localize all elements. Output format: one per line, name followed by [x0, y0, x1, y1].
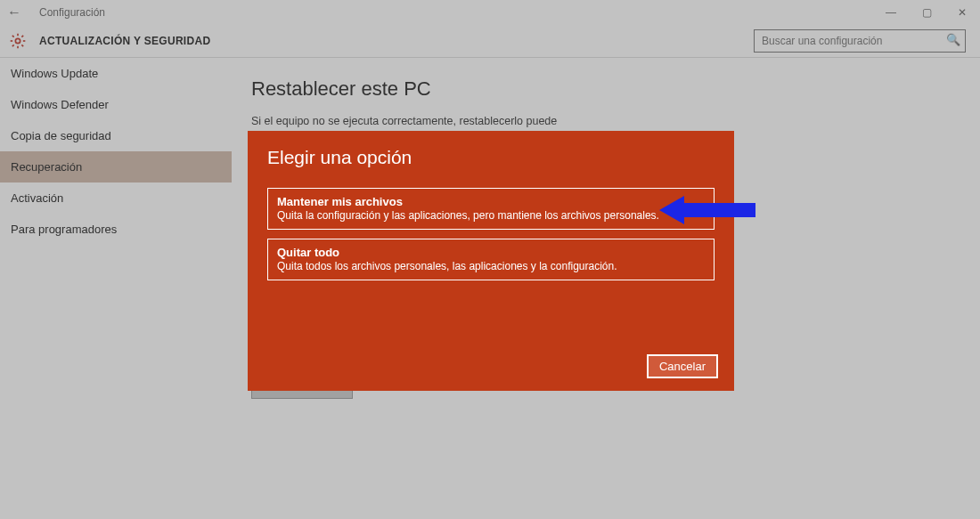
option-keep-files[interactable]: Mantener mis archivos Quita la configura… — [267, 188, 715, 230]
option-remove-everything[interactable]: Quitar todo Quita todos los archivos per… — [267, 239, 715, 280]
option-keep-files-desc: Quita la configuración y las aplicacione… — [277, 209, 705, 222]
dialog-footer: Cancelar — [647, 354, 718, 378]
cancel-button[interactable]: Cancelar — [647, 354, 718, 378]
dialog-title: Elegir una opción — [267, 147, 715, 168]
option-remove-everything-desc: Quita todos los archivos personales, las… — [277, 260, 705, 272]
reset-options-dialog: Elegir una opción Mantener mis archivos … — [248, 131, 734, 391]
option-remove-everything-title: Quitar todo — [277, 246, 705, 259]
option-keep-files-title: Mantener mis archivos — [277, 195, 705, 208]
